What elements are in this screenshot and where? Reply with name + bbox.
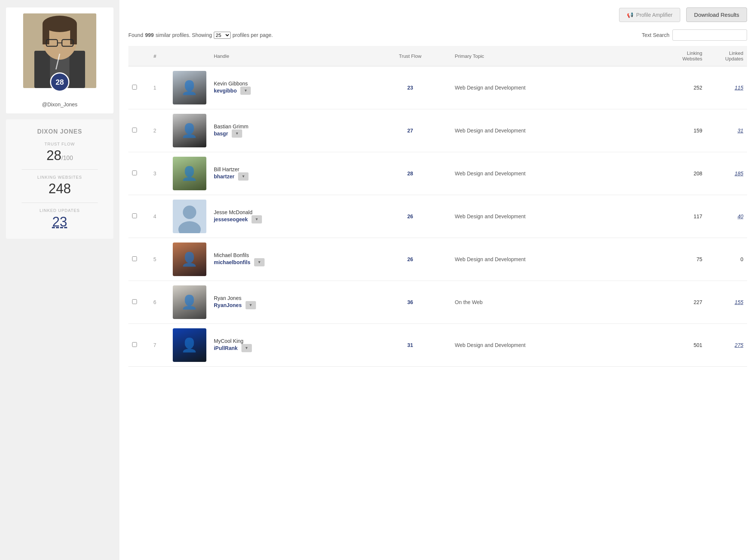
profile-card: 28 @Dixon_Jones bbox=[6, 7, 113, 113]
row-username[interactable]: michaelbonfils bbox=[214, 259, 250, 265]
avatar: 👤 bbox=[173, 243, 206, 276]
row-number: 5 bbox=[141, 238, 169, 281]
row-primary-topic: Web Design and Development bbox=[451, 66, 665, 109]
row-checkbox[interactable] bbox=[132, 170, 137, 175]
row-name: Jesse McDonald bbox=[214, 209, 366, 215]
row-handle: Kevin Gibbons kevgibbo ▼ bbox=[210, 66, 369, 109]
row-linking-websites: 75 bbox=[665, 238, 706, 281]
row-trust-flow: 23 bbox=[369, 66, 451, 109]
found-count: 999 bbox=[145, 32, 154, 38]
row-username[interactable]: RyanJones bbox=[214, 302, 242, 308]
row-avatar: 👤 bbox=[169, 109, 210, 152]
download-results-button[interactable]: Download Results bbox=[686, 7, 747, 22]
linked-updates-link[interactable]: 31 bbox=[737, 128, 743, 134]
found-middle: similar profiles. Showing bbox=[156, 32, 212, 38]
row-linking-websites: 252 bbox=[665, 66, 706, 109]
stat-divider-1 bbox=[22, 169, 98, 170]
linking-websites-label: LINKING WEBSITES bbox=[37, 175, 82, 179]
row-username[interactable]: bhartzer bbox=[214, 173, 234, 179]
linked-updates-link[interactable]: 185 bbox=[735, 170, 743, 176]
svg-point-14 bbox=[183, 206, 196, 219]
linked-updates-link[interactable]: 275 bbox=[735, 342, 743, 348]
handle-dropdown-arrow[interactable]: ▼ bbox=[238, 172, 249, 181]
table-row: 4 Jesse McDonald jesseseogeek ▼ 26Web De… bbox=[128, 195, 747, 238]
sidebar-handle: @Dixon_Jones bbox=[42, 101, 77, 107]
stats-card: DIXON JONES TRUST FLOW 28/100 LINKING WE… bbox=[6, 119, 113, 239]
row-number: 2 bbox=[141, 109, 169, 152]
row-trust-flow: 26 bbox=[369, 195, 451, 238]
row-linked-updates: 275 bbox=[706, 324, 747, 367]
row-linking-websites: 208 bbox=[665, 152, 706, 195]
row-checkbox[interactable] bbox=[132, 342, 137, 347]
text-search-label: Text Search bbox=[642, 32, 669, 38]
row-handle: Ryan Jones RyanJones ▼ bbox=[210, 281, 369, 324]
row-username[interactable]: basgr bbox=[214, 131, 228, 137]
found-prefix: Found bbox=[128, 32, 143, 38]
stat-divider-2 bbox=[22, 203, 98, 203]
row-checkbox[interactable] bbox=[132, 85, 137, 90]
row-name: Bill Hartzer bbox=[214, 166, 366, 172]
row-handle: Bill Hartzer bhartzer ▼ bbox=[210, 152, 369, 195]
row-trust-flow: 28 bbox=[369, 152, 451, 195]
col-primary-topic: Primary Topic bbox=[451, 46, 665, 66]
handle-dropdown-arrow[interactable]: ▼ bbox=[252, 215, 262, 223]
linked-updates-link[interactable]: 155 bbox=[735, 299, 743, 305]
row-checkbox[interactable] bbox=[132, 256, 137, 261]
handle-dropdown-arrow[interactable]: ▼ bbox=[232, 129, 242, 138]
linked-updates-link[interactable]: 115 bbox=[735, 85, 743, 91]
table-body: 1👤Kevin Gibbons kevgibbo ▼ 23Web Design … bbox=[128, 66, 747, 367]
avatar: 👤 bbox=[173, 157, 206, 190]
row-linked-updates: 31 bbox=[706, 109, 747, 152]
row-username[interactable]: iPullRank bbox=[214, 345, 238, 351]
avatar-placeholder bbox=[173, 200, 206, 233]
row-primary-topic: Web Design and Development bbox=[451, 152, 665, 195]
row-checkbox[interactable] bbox=[132, 128, 137, 132]
handle-dropdown-arrow[interactable]: ▼ bbox=[246, 301, 256, 309]
results-info: Found 999 similar profiles. Showing 25 1… bbox=[128, 32, 273, 39]
linked-updates-label: LINKED UPDATES bbox=[40, 208, 80, 213]
table-row: 1👤Kevin Gibbons kevgibbo ▼ 23Web Design … bbox=[128, 66, 747, 109]
text-search-input[interactable] bbox=[672, 29, 747, 41]
row-primary-topic: Web Design and Development bbox=[451, 109, 665, 152]
row-primary-topic: Web Design and Development bbox=[451, 324, 665, 367]
row-avatar: 👤 bbox=[169, 152, 210, 195]
row-name: Bastian Grimm bbox=[214, 123, 366, 129]
table-row: 3👤Bill Hartzer bhartzer ▼ 28Web Design a… bbox=[128, 152, 747, 195]
row-username[interactable]: kevgibbo bbox=[214, 88, 237, 94]
trust-flow-label: TRUST FLOW bbox=[44, 142, 75, 146]
row-avatar: 👤 bbox=[169, 238, 210, 281]
sidebar: 28 @Dixon_Jones DIXON JONES TRUST FLOW 2… bbox=[0, 0, 119, 560]
main-content: 📢 Profile Amplifier Download Results Fou… bbox=[119, 0, 756, 560]
profiles-table: # Handle Trust Flow Primary Topic Linkin… bbox=[128, 46, 747, 367]
row-number: 7 bbox=[141, 324, 169, 367]
row-number: 4 bbox=[141, 195, 169, 238]
row-avatar: 👤 bbox=[169, 281, 210, 324]
row-handle: MyCool King iPullRank ▼ bbox=[210, 324, 369, 367]
row-primary-topic: Web Design and Development bbox=[451, 238, 665, 281]
row-checkbox[interactable] bbox=[132, 213, 137, 218]
col-linking-websites: LinkingWebsites bbox=[665, 46, 706, 66]
handle-dropdown-arrow[interactable]: ▼ bbox=[241, 344, 252, 352]
avatar: 👤 bbox=[173, 71, 206, 104]
row-checkbox[interactable] bbox=[132, 299, 137, 304]
avatar: 👤 bbox=[173, 114, 206, 147]
row-linking-websites: 159 bbox=[665, 109, 706, 152]
profile-amplifier-button[interactable]: 📢 Profile Amplifier bbox=[619, 8, 680, 22]
table-row: 6👤Ryan Jones RyanJones ▼ 36On the Web227… bbox=[128, 281, 747, 324]
handle-dropdown-arrow[interactable]: ▼ bbox=[254, 258, 265, 266]
row-trust-flow: 31 bbox=[369, 324, 451, 367]
table-row: 2👤Bastian Grimm basgr ▼ 27Web Design and… bbox=[128, 109, 747, 152]
linked-updates-value[interactable]: 23 bbox=[52, 214, 67, 230]
row-username[interactable]: jesseseogeek bbox=[214, 216, 248, 222]
row-number: 1 bbox=[141, 66, 169, 109]
trust-flow-value: 28/100 bbox=[46, 148, 73, 163]
sidebar-username: DIXON JONES bbox=[37, 128, 82, 135]
row-trust-flow: 27 bbox=[369, 109, 451, 152]
row-linked-updates: 115 bbox=[706, 66, 747, 109]
row-linked-updates: 155 bbox=[706, 281, 747, 324]
avatar: 👤 bbox=[173, 328, 206, 362]
per-page-select[interactable]: 25 10 50 100 bbox=[214, 32, 231, 39]
handle-dropdown-arrow[interactable]: ▼ bbox=[240, 87, 251, 95]
avatar: 👤 bbox=[173, 285, 206, 319]
linked-updates-link[interactable]: 40 bbox=[737, 213, 743, 219]
